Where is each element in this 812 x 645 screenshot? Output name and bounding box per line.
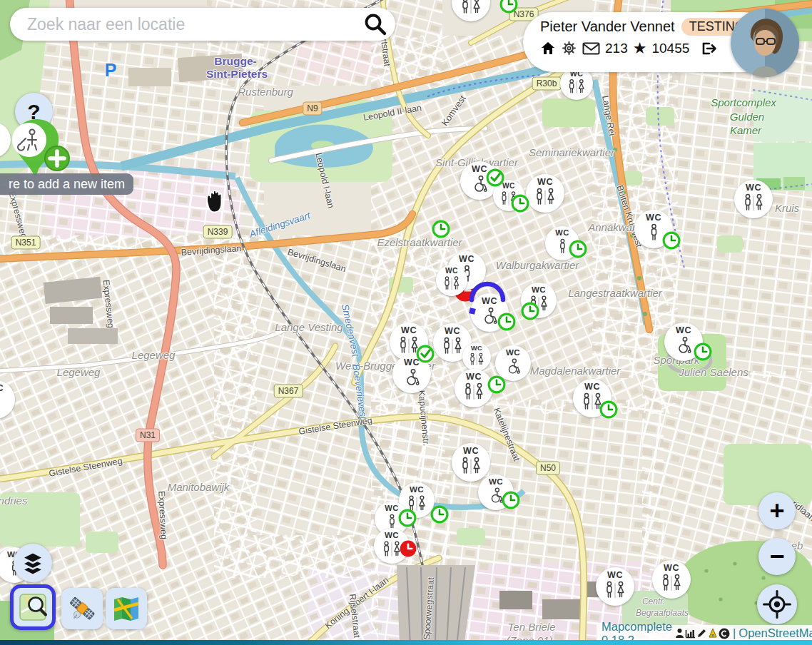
satellite-icon	[66, 593, 98, 624]
map-marker-wc[interactable]: WC	[0, 380, 15, 419]
attribution-osm-link[interactable]: OpenStreetMap	[739, 626, 812, 640]
geolocate-button[interactable]	[757, 584, 797, 624]
avatar[interactable]	[731, 9, 799, 77]
mapcomplete-app: Brugge-Sint-PietersRustenburgVaartstraat…	[0, 0, 812, 645]
copyright-icon[interactable]	[719, 628, 730, 639]
add-item-tooltip: re to add a new item	[0, 173, 133, 195]
changeset-count[interactable]: 10455	[651, 41, 689, 56]
user-name: Pieter Vander Vennet	[540, 19, 675, 35]
attribution-separator: |	[733, 626, 736, 640]
opening-hours-badge	[694, 342, 713, 365]
opening-hours-badge	[430, 505, 450, 527]
selected-marker-arc-icon	[466, 277, 509, 303]
layers-button[interactable]	[14, 544, 52, 582]
opening-hours-badge	[511, 194, 530, 216]
search-icon[interactable]	[362, 11, 388, 37]
edit-icon[interactable]	[696, 628, 707, 639]
opening-hours-badge	[499, 0, 519, 17]
map-marker-wc[interactable]: WC	[652, 560, 691, 599]
opening-hours-badge	[502, 491, 521, 513]
map-marker-wc[interactable]: WC	[452, 0, 490, 21]
map-markers-layer: WCWCWCWCWCWCWCWCWCWCWCWCWCWCWCWCWCWCWCWC…	[0, 0, 812, 645]
statistics-icon[interactable]	[685, 628, 696, 639]
search-input[interactable]	[26, 14, 362, 35]
opening-hours-badge	[399, 539, 418, 562]
map-marker-wc[interactable]: WC	[734, 180, 773, 218]
opening-hours-badge	[398, 509, 417, 531]
crosshair-icon	[762, 589, 792, 619]
theme-bottom-bar	[0, 640, 812, 645]
opening-hours-badge	[662, 231, 681, 253]
opening-hours-badge	[497, 313, 517, 335]
opening-hours-badge	[416, 345, 435, 367]
home-icon[interactable]	[540, 41, 556, 56]
map-marker-wc[interactable]: WC	[452, 443, 490, 482]
opening-hours-badge	[432, 220, 451, 242]
attribution-bar: Mapcomplete 0.18.2 | OpenStreetMap	[597, 625, 812, 641]
zoom-in-button[interactable]: +	[758, 492, 796, 529]
map-marker-wc[interactable]: WC	[526, 174, 564, 213]
map-marker-wc[interactable]: WC	[436, 265, 467, 296]
zoom-in-label: +	[769, 496, 784, 526]
map-marker-wc[interactable]: WC	[462, 342, 491, 371]
opening-hours-badge	[599, 400, 619, 422]
search-bar[interactable]	[10, 8, 395, 41]
community-icon[interactable]	[675, 628, 684, 639]
messages-count[interactable]: 213	[605, 41, 628, 56]
background-layer-map-button[interactable]	[106, 588, 147, 629]
opening-hours-badge	[487, 375, 507, 397]
hand-cursor-icon	[201, 187, 226, 214]
layers-icon	[19, 549, 46, 577]
opening-hours-badge	[521, 302, 540, 324]
logout-icon[interactable]	[700, 41, 717, 56]
zoom-out-button[interactable]: −	[758, 538, 796, 575]
opening-hours-badge	[486, 168, 505, 191]
opening-hours-badge	[569, 240, 588, 262]
star-icon: ★	[633, 41, 647, 56]
messages-icon[interactable]	[582, 42, 600, 55]
map-marker-wc[interactable]: WC	[596, 567, 634, 606]
world-map-icon	[111, 593, 142, 624]
osm-map-icon	[18, 592, 48, 622]
gear-icon[interactable]	[561, 40, 577, 56]
zoom-out-label: −	[769, 542, 784, 572]
background-layer-osm-button[interactable]	[10, 584, 56, 630]
mascot-icon[interactable]	[708, 628, 718, 639]
background-layer-satellite-button[interactable]	[61, 588, 103, 629]
